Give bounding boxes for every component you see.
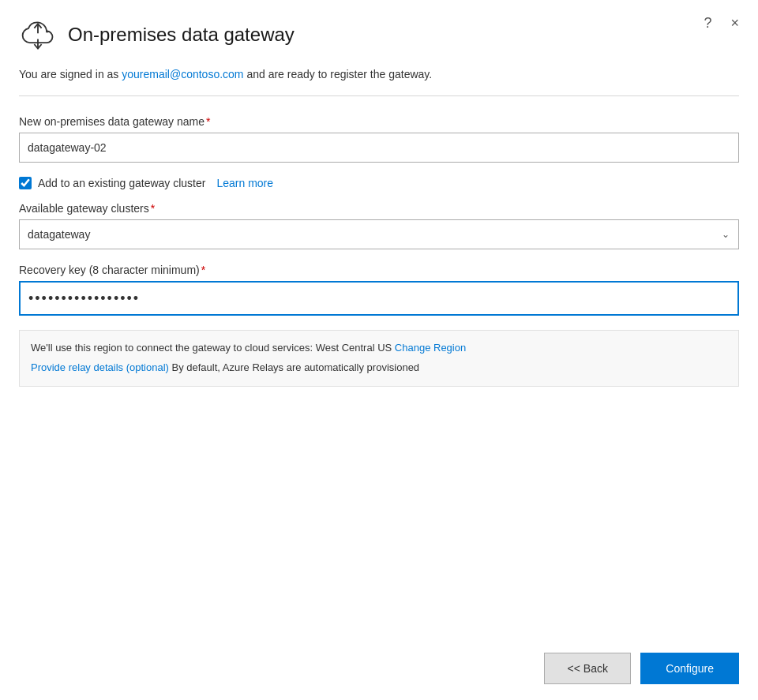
cloud-gateway-icon: [19, 16, 57, 54]
recovery-key-input[interactable]: [19, 281, 739, 316]
title-area: On-premises data gateway: [19, 16, 739, 54]
cluster-select[interactable]: datagateway: [19, 219, 739, 249]
gateway-name-group: New on-premises data gateway name*: [19, 115, 739, 163]
checkbox-row: Add to an existing gateway cluster Learn…: [19, 177, 739, 189]
checkbox-label: Add to an existing gateway cluster: [38, 177, 205, 189]
subtitle-area: You are signed in as youremail@contoso.c…: [0, 66, 758, 95]
info-region-text: We'll use this region to connect the gat…: [31, 340, 727, 357]
back-button[interactable]: << Back: [544, 653, 631, 684]
header-actions: ? ×: [700, 13, 742, 33]
recovery-key-group: Recovery key (8 character minimum)*: [19, 264, 739, 316]
learn-more-link[interactable]: Learn more: [216, 177, 273, 189]
subtitle-suffix: and are ready to register the gateway.: [244, 68, 433, 80]
info-box: We'll use this region to connect the gat…: [19, 330, 739, 387]
configure-button[interactable]: Configure: [640, 653, 739, 684]
dialog-body: New on-premises data gateway name* Add t…: [0, 96, 758, 637]
gateway-name-label: New on-premises data gateway name*: [19, 115, 739, 128]
cluster-label: Available gateway clusters*: [19, 202, 739, 215]
on-premises-gateway-dialog: On-premises data gateway ? × You are sig…: [0, 0, 758, 700]
close-button[interactable]: ×: [727, 13, 742, 33]
gateway-name-input[interactable]: [19, 133, 739, 163]
add-to-cluster-checkbox[interactable]: [19, 177, 32, 189]
subtitle-prefix: You are signed in as: [19, 68, 122, 80]
cluster-required: *: [151, 202, 155, 215]
relay-details-link[interactable]: Provide relay details (optional): [31, 361, 169, 373]
change-region-link[interactable]: Change Region: [395, 342, 466, 354]
recovery-required: *: [201, 264, 205, 276]
dialog-footer: << Back Configure: [0, 637, 758, 700]
dialog-title: On-premises data gateway: [68, 24, 295, 46]
relay-text: By default, Azure Relays are automatical…: [169, 361, 419, 373]
subtitle-email: youremail@contoso.com: [122, 68, 243, 80]
dialog-header: On-premises data gateway ? ×: [0, 0, 758, 66]
cluster-group: Available gateway clusters* datagateway …: [19, 202, 739, 249]
relay-row: Provide relay details (optional) By defa…: [31, 360, 727, 376]
recovery-key-label: Recovery key (8 character minimum)*: [19, 264, 739, 276]
required-indicator: *: [206, 115, 210, 128]
help-button[interactable]: ?: [700, 13, 715, 33]
cluster-select-wrapper: datagateway ⌄: [19, 219, 739, 249]
